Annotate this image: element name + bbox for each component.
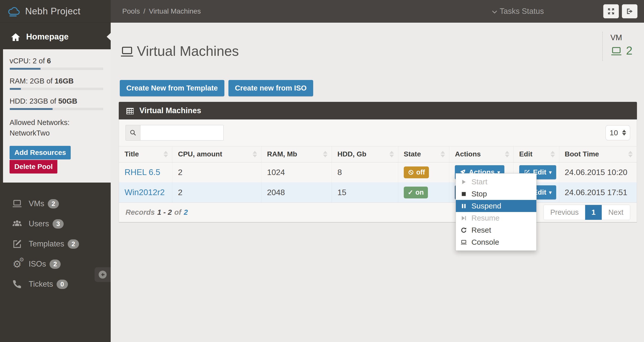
create-from-template-button[interactable]: Create New from Template [120,80,224,96]
sidebar-item-label: Users [29,219,49,228]
current-page-button[interactable]: 1 [585,205,602,220]
phone-icon [11,279,24,290]
users-icon [11,218,24,229]
breadcrumb-current: Virtual Machines [149,7,201,15]
boot-time-cell: 24.06.2015 10:20 [559,162,637,182]
sort-icon [628,151,633,157]
tasks-status-toggle[interactable]: Tasks Status [492,7,544,16]
page-size-select[interactable]: 10 [606,125,630,140]
vcpu-metric: vCPU: 2 of 6 [10,57,103,65]
page-size-value: 10 [610,129,618,137]
vcpu-progressbar [10,68,103,70]
breadcrumb-pools[interactable]: Pools [122,7,140,15]
column-header-title[interactable]: Title [119,146,172,162]
logout-button[interactable] [622,4,637,18]
menu-item-stop[interactable]: Stop [456,188,536,200]
caret-down-icon: ▾ [549,170,552,175]
add-resources-button[interactable]: Add Resources [10,146,71,159]
cpu-cell: 2 [172,182,261,202]
sidebar-item-label: Homepage [26,32,69,41]
hdd-cell: 15 [332,182,398,202]
refresh-icon [460,227,471,234]
step-forward-icon [460,215,471,222]
sidebar-item-isos[interactable]: ⚙⚙ ISOs 2 [0,254,111,274]
sidebar-collapse-button[interactable] [95,267,111,282]
table-row: Win2012r2 2 2048 15 ✓ on [119,182,637,202]
column-header-edit[interactable]: Edit [513,146,559,162]
vms-count-badge: 2 [48,199,59,208]
menu-item-suspend[interactable]: Suspend [456,200,536,212]
laptop-icon [610,45,622,56]
vcpu-progress-fill [10,68,41,70]
table-row: RHEL 6.5 2 1024 8 off [119,162,637,182]
table-header-row: Title CPU, amount RAM, Mb HDD, Gb State … [119,146,637,162]
ram-progressbar [10,88,103,90]
hdd-cell: 8 [332,162,398,182]
hdd-progress-fill [10,108,53,110]
sort-icon [505,151,509,157]
sort-icon [323,151,328,157]
breadcrumb-separator: / [143,7,145,15]
sidebar-item-tickets[interactable]: Tickets 0 [0,274,111,294]
sort-icon [164,151,168,157]
vm-counter-label: VM [610,33,632,42]
column-header-actions[interactable]: Actions [449,146,513,162]
sidebar-item-label: Templates [29,239,64,248]
panel-heading: Virtual Machines [119,102,637,119]
menu-item-console[interactable]: Console [456,236,536,248]
main-content: Virtual Machines VM 2 Create New from Te… [111,23,644,342]
sidebar: Nebh Project Homepage vCPU: 2 of 6 RAM: … [0,0,111,342]
isos-count-badge: 2 [50,260,61,269]
chevron-down-icon [492,9,497,14]
resources-panel: vCPU: 2 of 6 RAM: 2GB of 16GB HDD: 23GB … [3,49,111,183]
hdd-metric: HDD: 23GB of 50GB [10,97,103,105]
arrows-alt-icon [607,7,615,15]
brand[interactable]: Nebh Project [0,0,111,23]
column-header-boot-time[interactable]: Boot Time [559,146,637,162]
previous-page-button[interactable]: Previous [544,205,585,220]
actions-dropdown-menu: Start Stop Suspend Resume Reset Console [456,173,537,251]
pause-icon [460,203,471,209]
search-input[interactable] [140,125,223,140]
topbar: Pools / Virtual Machines Tasks Status [111,0,644,23]
stop-icon [460,191,471,197]
vm-title-link[interactable]: Win2012r2 [125,188,165,197]
allowed-networks: Allowed Networks: NetworkTwo [10,117,103,138]
sidebar-item-homepage[interactable]: Homepage [0,28,111,46]
sidebar-item-vms[interactable]: VMs 2 [0,194,111,214]
menu-item-reset[interactable]: Reset [456,224,536,236]
hdd-progressbar [10,108,103,110]
spinner-arrows-icon [622,130,626,136]
brand-name: Nebh Project [25,6,80,17]
fullscreen-button[interactable] [603,4,619,18]
sidebar-item-users[interactable]: Users 3 [0,214,111,234]
vm-counter: VM 2 [602,32,632,61]
search-group [126,125,224,141]
search-icon [126,125,140,140]
status-badge-off: off [404,166,429,178]
sidebar-item-label: Tickets [29,280,53,289]
sort-icon [440,151,445,157]
sort-icon [550,151,555,157]
caret-down-icon: ▾ [549,190,552,195]
column-header-ram[interactable]: RAM, Mb [261,146,332,162]
ram-cell: 1024 [261,162,332,182]
ban-icon [408,169,414,176]
laptop-icon [11,198,24,209]
column-header-cpu[interactable]: CPU, amount [172,146,261,162]
create-from-iso-button[interactable]: Create new from ISO [228,80,313,96]
panel-title: Virtual Machines [139,106,201,115]
status-badge-on: ✓ on [404,187,428,198]
vm-title-link[interactable]: RHEL 6.5 [125,167,160,177]
column-header-hdd[interactable]: HDD, Gb [332,146,398,162]
next-page-button[interactable]: Next [602,205,630,220]
menu-item-start: Start [456,176,536,188]
sidebar-item-templates[interactable]: Templates 2 [0,234,111,254]
column-header-state[interactable]: State [398,146,449,162]
page-title: Virtual Machines [120,43,239,59]
gears-icon: ⚙⚙ [11,259,24,270]
pagination: Previous 1 Next [543,205,630,220]
sidebar-item-label: VMs [29,199,44,208]
delete-pool-button[interactable]: Delete Pool [10,160,57,174]
breadcrumb: Pools / Virtual Machines [122,7,201,15]
